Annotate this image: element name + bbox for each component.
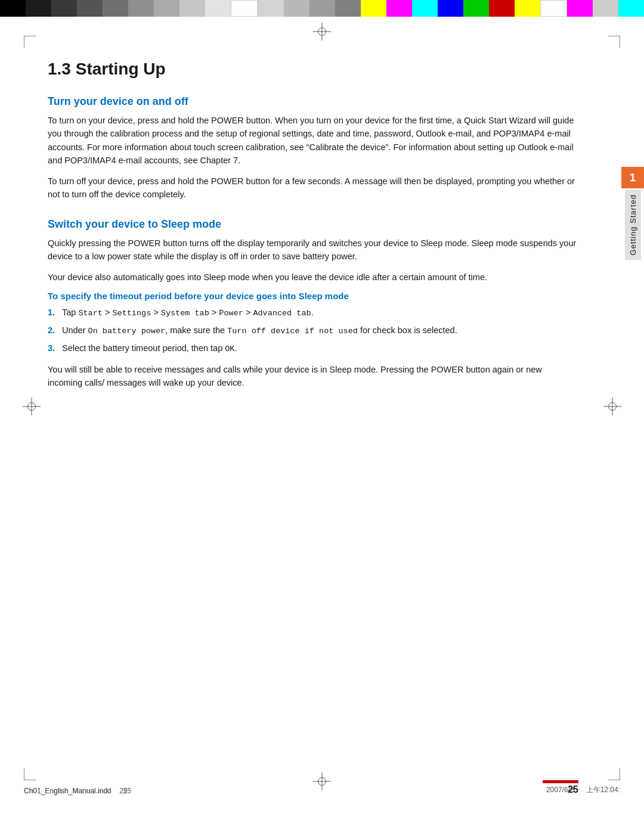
- page-content: 1.3 Starting Up Turn your device on and …: [48, 60, 578, 765]
- footer-left: Ch01_English_Manual.indd 25: [24, 787, 131, 795]
- crosshair-right: [603, 398, 621, 415]
- footer-page-left: 25: [123, 787, 131, 795]
- color-segment-magenta2: [567, 0, 593, 17]
- color-segment-cyan2: [618, 0, 644, 17]
- color-segment-cyan: [412, 0, 438, 17]
- color-segment: [179, 0, 205, 17]
- crosshair-top: [313, 23, 331, 41]
- color-segment-gray: [593, 0, 618, 17]
- corner-mark-br: [608, 768, 620, 780]
- color-segment-green: [463, 0, 489, 17]
- crosshair-left: [23, 398, 41, 415]
- step-3: 3. Select the battery timeout period, th…: [48, 342, 578, 356]
- step-3-text: Select the battery timeout period, then …: [62, 343, 237, 353]
- step-2-text: Under On battery power, make sure the Tu…: [62, 325, 457, 335]
- color-segment-red: [489, 0, 515, 17]
- color-segment: [335, 0, 361, 17]
- color-segment: [309, 0, 335, 17]
- color-segment: [284, 0, 309, 17]
- section2-para1: Quickly pressing the POWER button turns …: [48, 237, 578, 263]
- color-segment-magenta: [386, 0, 412, 17]
- section2-para3: You will still be able to receive messag…: [48, 363, 578, 390]
- tab-label: Getting Started: [625, 190, 641, 260]
- section-sleep-mode: Switch your device to Sleep mode Quickly…: [48, 218, 578, 390]
- step-3-num: 3.: [48, 342, 55, 355]
- footer-red-line: [543, 780, 578, 783]
- color-segment: [128, 0, 154, 17]
- color-segment-blue: [438, 0, 463, 17]
- footer-file-label: Ch01_English_Manual.indd: [24, 787, 112, 795]
- tab-number: 1: [621, 167, 644, 188]
- corner-mark-bl: [24, 768, 36, 780]
- step-1: 1. Tap Start > Settings > System tab > P…: [48, 306, 578, 320]
- corner-mark-tr: [608, 36, 620, 48]
- color-segment: [77, 0, 103, 17]
- step-2: 2. Under On battery power, make sure the…: [48, 324, 578, 338]
- section2-heading: Switch your device to Sleep mode: [48, 218, 578, 231]
- color-segment: [154, 0, 179, 17]
- section2-sub-heading: To specify the timeout period before you…: [48, 291, 578, 301]
- corner-mark-tl: [24, 36, 36, 48]
- section1-para1: To turn on your device, press and hold t…: [48, 114, 578, 167]
- color-segment-yellow2: [515, 0, 540, 17]
- chapter-title: 1.3 Starting Up: [48, 60, 578, 79]
- color-segment: [51, 0, 77, 17]
- section-turn-on-off: Turn your device on and off To turn on y…: [48, 95, 578, 201]
- side-tab: 1 Getting Started: [621, 167, 644, 260]
- color-segment: [258, 0, 283, 17]
- section1-para2: To turn off your device, press and hold …: [48, 175, 578, 201]
- footer-datetime: 2007/6/8 上午12:04:: [546, 785, 620, 795]
- color-segment-yellow: [361, 0, 386, 17]
- color-segment: [26, 0, 51, 17]
- step-1-num: 1.: [48, 306, 55, 319]
- step-1-text: Tap Start > Settings > System tab > Powe…: [62, 308, 314, 317]
- color-segment-white: [540, 0, 567, 17]
- section2-para2: Your device also automatically goes into…: [48, 271, 578, 284]
- color-segment: [205, 0, 231, 17]
- steps-list: 1. Tap Start > Settings > System tab > P…: [48, 306, 578, 356]
- step-2-num: 2.: [48, 324, 55, 337]
- color-bar: [0, 0, 644, 17]
- section1-heading: Turn your device on and off: [48, 95, 578, 108]
- color-segment: [0, 0, 26, 17]
- color-segment: [103, 0, 128, 17]
- color-segment: [231, 0, 258, 17]
